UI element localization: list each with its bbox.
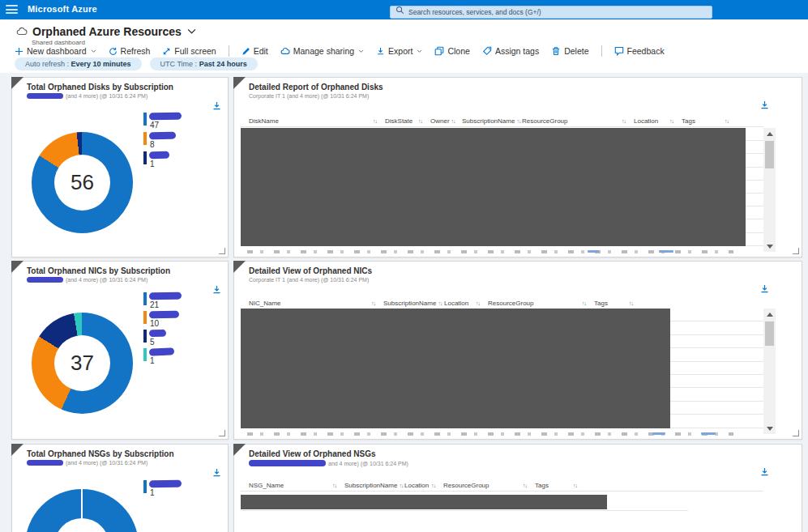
product-name: Microsoft Azure	[28, 4, 97, 14]
legend-swatch	[143, 292, 147, 305]
tile-resize-handle[interactable]	[219, 430, 225, 436]
download-icon[interactable]	[759, 283, 770, 297]
donut-chart-disks: 56	[32, 132, 133, 233]
redaction-blob	[27, 277, 63, 283]
assign-tags-button[interactable]: Assign tags	[482, 46, 539, 56]
column-header-resourcegroup[interactable]: ResourceGroup↑↓	[522, 115, 634, 126]
edit-button[interactable]: Edit	[242, 46, 268, 56]
redaction-blob	[149, 132, 176, 140]
tile-orphaned-nics-chart: Total Orphaned NICs by Subscription (and…	[11, 261, 229, 440]
redaction-blob	[149, 330, 166, 337]
legend-value: 47	[150, 121, 159, 130]
table-header: NIC_Name↑↓ SubscriptionName↑↓ Location↑↓…	[241, 297, 763, 309]
download-icon[interactable]	[759, 466, 770, 480]
search-input[interactable]	[390, 6, 712, 19]
hamburger-menu-icon[interactable]	[6, 5, 18, 15]
column-header-resourcegroup[interactable]: ResourceGroup↑↓	[443, 479, 535, 491]
tile-resize-handle[interactable]	[793, 248, 799, 254]
scroll-down-button[interactable]	[763, 423, 776, 434]
tile-subtitle: and 4 more) (@ 10/31 6:24 PM)	[249, 460, 408, 466]
clone-icon	[434, 46, 444, 56]
tile-orphaned-nsgs-chart: Total Orphaned NSGs by Subscription (and…	[11, 444, 229, 532]
donut-total: 56	[71, 170, 94, 195]
scrollbar-thumb[interactable]	[765, 321, 774, 346]
tile-orphaned-nics-table: Detailed View of Orphaned NICs Corporate…	[233, 261, 802, 440]
column-header-diskname[interactable]: DiskName↑↓	[249, 115, 385, 126]
redaction-blob	[249, 460, 326, 466]
legend-value: 1	[150, 356, 155, 365]
legend-swatch	[143, 348, 147, 361]
chevron-down-icon	[91, 49, 96, 53]
column-header-subscriptionname[interactable]: SubscriptionName↑↓	[383, 297, 444, 309]
scroll-up-button[interactable]	[763, 309, 776, 320]
scroll-down-button[interactable]	[763, 240, 776, 252]
refresh-button[interactable]: Refresh	[109, 46, 151, 56]
donut-chart-nics: 37	[32, 313, 133, 414]
legend-value: 1	[150, 488, 155, 497]
tile-corner-badge	[233, 261, 246, 273]
manage-sharing-button[interactable]: Manage sharing	[280, 46, 364, 56]
redacted-row-preview	[247, 432, 733, 436]
column-header-location[interactable]: Location↑↓	[444, 297, 488, 309]
tile-corner-badge	[11, 261, 24, 273]
table-scrollbar[interactable]	[763, 128, 776, 252]
tag-icon	[482, 46, 492, 56]
full-screen-button[interactable]: Full screen	[162, 46, 216, 56]
column-header-subscriptionname[interactable]: SubscriptionName↑↓	[344, 479, 404, 491]
redaction-block	[241, 495, 607, 509]
tile-orphaned-disks-chart: Total Orphaned Disks by Subscription (an…	[11, 77, 229, 257]
redaction-blob	[149, 151, 169, 160]
tile-subtitle: Corporate IT 1 (and 4 more) (@ 10/31 6:2…	[249, 93, 369, 99]
divider	[601, 45, 602, 57]
tile-title: Total Orphaned NSGs by Subscription	[27, 449, 174, 458]
tile-corner-badge	[11, 77, 24, 89]
column-header-tags[interactable]: Tags↑↓	[682, 115, 737, 126]
download-icon[interactable]	[212, 466, 222, 481]
tile-corner-badge	[11, 444, 24, 456]
clone-button[interactable]: Clone	[434, 46, 469, 56]
feedback-button[interactable]: Feedback	[614, 46, 665, 56]
legend-swatch	[143, 132, 147, 145]
chevron-down-icon[interactable]	[187, 28, 196, 35]
table-header: NSG_Name↑↓ SubscriptionName↑↓ Location↑↓…	[241, 479, 763, 492]
column-header-tags[interactable]: Tags↑↓	[594, 297, 641, 309]
chevron-down-icon	[417, 49, 422, 53]
legend-value: 1	[150, 160, 155, 168]
download-icon	[376, 47, 385, 56]
tile-resize-handle[interactable]	[219, 248, 225, 254]
table-scrollbar[interactable]	[763, 309, 776, 434]
column-header-nsgname[interactable]: NSG_Name↑↓	[249, 479, 344, 491]
table-header: DiskName↑↓ DiskState↑↓ Owner↑↓ Subscript…	[241, 115, 763, 127]
download-icon[interactable]	[759, 99, 770, 113]
column-header-subscriptionname[interactable]: SubscriptionName↑↓	[462, 115, 522, 126]
chevron-down-icon	[358, 49, 364, 53]
tile-orphaned-disks-table: Detailed Report of Orphaned Disks Corpor…	[233, 77, 802, 257]
column-header-location[interactable]: Location↑↓	[404, 479, 443, 491]
download-icon[interactable]	[212, 100, 222, 114]
tile-resize-handle[interactable]	[793, 430, 799, 436]
legend-value: 5	[150, 338, 155, 347]
column-header-tags[interactable]: Tags↑↓	[535, 479, 585, 491]
legend-swatch	[143, 330, 147, 343]
scroll-up-button[interactable]	[763, 128, 776, 139]
export-button[interactable]: Export	[376, 46, 422, 56]
new-dashboard-button[interactable]: New dashboard	[15, 46, 96, 56]
divider	[229, 45, 229, 57]
redaction-blob	[149, 480, 182, 488]
pencil-icon	[242, 47, 250, 56]
delete-button[interactable]: Delete	[551, 46, 588, 56]
tile-title: Detailed View of Orphaned NSGs	[249, 449, 376, 458]
trash-icon	[551, 46, 561, 56]
scrollbar-thumb[interactable]	[765, 141, 774, 168]
column-header-location[interactable]: Location↑↓	[634, 115, 682, 126]
download-icon[interactable]	[212, 283, 222, 298]
redaction-blob	[149, 292, 182, 300]
column-header-resourcegroup[interactable]: ResourceGroup↑↓	[488, 297, 594, 309]
redaction-blob	[149, 311, 179, 319]
auto-refresh-pill: Auto refresh : Every 10 minutes	[15, 57, 142, 70]
column-header-diskstate[interactable]: DiskState↑↓	[385, 115, 430, 126]
tile-title: Detailed Report of Orphaned Disks	[249, 83, 383, 92]
column-header-owner[interactable]: Owner↑↓	[430, 115, 462, 126]
column-header-nicname[interactable]: NIC_Name↑↓	[249, 297, 383, 309]
redaction-block	[241, 309, 670, 428]
